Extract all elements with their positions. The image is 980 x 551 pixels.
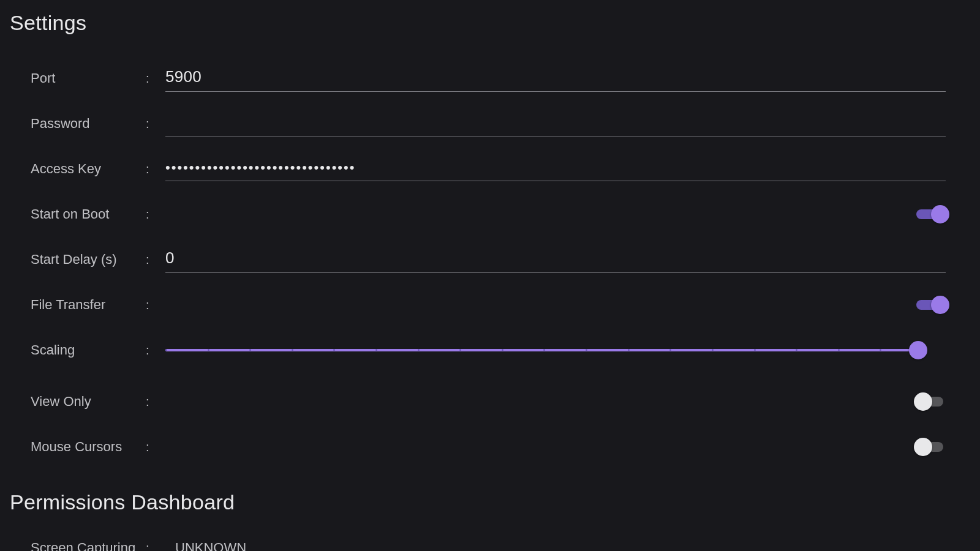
password-input[interactable] xyxy=(165,110,946,137)
colon: : xyxy=(146,117,165,131)
colon: : xyxy=(146,162,165,176)
colon: : xyxy=(146,440,165,454)
start-on-boot-label: Start on Boot xyxy=(31,206,146,222)
view-only-label: View Only xyxy=(31,394,146,410)
colon: : xyxy=(146,343,165,358)
port-row: Port : xyxy=(10,56,970,101)
port-label: Port xyxy=(31,70,146,86)
colon: : xyxy=(146,253,165,267)
mouse-cursors-row: Mouse Cursors : xyxy=(10,424,970,470)
screen-capturing-value: UNKNOWN xyxy=(175,540,246,551)
colon: : xyxy=(146,72,165,86)
access-key-label: Access Key xyxy=(31,161,146,177)
colon: : xyxy=(146,395,165,409)
access-key-input[interactable] xyxy=(165,157,946,181)
file-transfer-label: File Transfer xyxy=(31,297,146,313)
port-input[interactable] xyxy=(165,65,946,92)
scaling-slider[interactable] xyxy=(165,341,924,359)
permissions-heading: Permissions Dashboard xyxy=(10,490,970,514)
mouse-cursors-label: Mouse Cursors xyxy=(31,439,146,455)
scaling-label: Scaling xyxy=(31,342,146,358)
file-transfer-toggle[interactable] xyxy=(915,296,948,314)
view-only-row: View Only : xyxy=(10,379,970,424)
colon: : xyxy=(146,298,165,312)
start-delay-input[interactable] xyxy=(165,246,946,273)
view-only-toggle[interactable] xyxy=(915,392,948,411)
scaling-slider-thumb[interactable] xyxy=(909,341,927,359)
start-delay-row: Start Delay (s) : xyxy=(10,237,970,282)
access-key-row: Access Key : xyxy=(10,146,970,192)
colon: : xyxy=(146,208,165,222)
screen-capturing-row: Screen Capturing : UNKNOWN xyxy=(10,533,970,551)
password-label: Password xyxy=(31,116,146,132)
colon: : xyxy=(146,541,175,552)
start-on-boot-toggle[interactable] xyxy=(915,205,948,223)
start-delay-label: Start Delay (s) xyxy=(31,252,146,268)
screen-capturing-label: Screen Capturing xyxy=(31,540,146,551)
password-row: Password : xyxy=(10,101,970,146)
mouse-cursors-toggle[interactable] xyxy=(915,438,948,456)
file-transfer-row: File Transfer : xyxy=(10,282,970,328)
settings-heading: Settings xyxy=(10,11,970,35)
scaling-row: Scaling : xyxy=(10,328,970,373)
start-on-boot-row: Start on Boot : xyxy=(10,192,970,237)
